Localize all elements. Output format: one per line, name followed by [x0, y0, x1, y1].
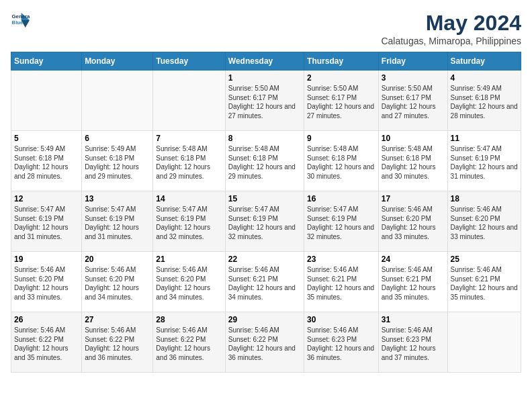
- cell-content: Sunrise: 5:47 AM Sunset: 6:19 PM Dayligh…: [156, 205, 222, 241]
- day-number: 26: [14, 315, 79, 324]
- cell-content: Sunrise: 5:46 AM Sunset: 6:22 PM Dayligh…: [14, 326, 79, 362]
- day-cell: 16 Sunrise: 5:47 AM Sunset: 6:19 PM Dayl…: [304, 191, 379, 252]
- cell-content: Sunrise: 5:46 AM Sunset: 6:23 PM Dayligh…: [382, 326, 445, 362]
- day-number: 6: [85, 134, 150, 143]
- week-row-4: 19 Sunrise: 5:46 AM Sunset: 6:20 PM Dayl…: [11, 252, 521, 312]
- cell-content: Sunrise: 5:50 AM Sunset: 6:17 PM Dayligh…: [228, 84, 301, 120]
- day-cell: 22 Sunrise: 5:46 AM Sunset: 6:21 PM Dayl…: [225, 252, 304, 312]
- day-number: 9: [307, 134, 375, 143]
- day-number: 12: [14, 194, 79, 203]
- day-number: 4: [451, 73, 518, 83]
- cell-content: Sunrise: 5:46 AM Sunset: 6:21 PM Dayligh…: [382, 265, 445, 302]
- day-number: 15: [228, 194, 301, 203]
- cell-content: Sunrise: 5:46 AM Sunset: 6:20 PM Dayligh…: [14, 265, 79, 302]
- header-row: SundayMondayTuesdayWednesdayThursdayFrid…: [11, 52, 521, 71]
- day-cell: 28 Sunrise: 5:46 AM Sunset: 6:22 PM Dayl…: [153, 312, 225, 373]
- day-number: 16: [307, 194, 375, 203]
- cell-content: Sunrise: 5:46 AM Sunset: 6:21 PM Dayligh…: [307, 265, 375, 302]
- header-saturday: Saturday: [447, 52, 521, 71]
- day-number: 11: [451, 134, 518, 143]
- cell-content: Sunrise: 5:46 AM Sunset: 6:21 PM Dayligh…: [451, 265, 518, 302]
- subtitle: Calatugas, Mimaropa, Philippines: [381, 36, 521, 46]
- day-cell: 2 Sunrise: 5:50 AM Sunset: 6:17 PM Dayli…: [304, 71, 379, 131]
- day-cell: 15 Sunrise: 5:47 AM Sunset: 6:19 PM Dayl…: [225, 191, 304, 252]
- day-number: 3: [382, 73, 445, 83]
- calendar-table: SundayMondayTuesdayWednesdayThursdayFrid…: [11, 52, 521, 373]
- cell-content: Sunrise: 5:46 AM Sunset: 6:23 PM Dayligh…: [307, 326, 375, 362]
- cell-content: Sunrise: 5:50 AM Sunset: 6:17 PM Dayligh…: [307, 84, 375, 120]
- day-cell: 14 Sunrise: 5:47 AM Sunset: 6:19 PM Dayl…: [153, 191, 225, 252]
- day-cell: 29 Sunrise: 5:46 AM Sunset: 6:22 PM Dayl…: [225, 312, 304, 373]
- day-cell: 5 Sunrise: 5:49 AM Sunset: 6:18 PM Dayli…: [11, 131, 82, 191]
- day-number: 17: [382, 194, 445, 203]
- day-cell: 1 Sunrise: 5:50 AM Sunset: 6:17 PM Dayli…: [225, 71, 304, 131]
- day-cell: 19 Sunrise: 5:46 AM Sunset: 6:20 PM Dayl…: [11, 252, 82, 312]
- page-header: General Blue May 2024 Calatugas, Mimarop…: [11, 11, 521, 46]
- day-cell: 31 Sunrise: 5:46 AM Sunset: 6:23 PM Dayl…: [378, 312, 447, 373]
- header-wednesday: Wednesday: [225, 52, 304, 71]
- header-friday: Friday: [378, 52, 447, 71]
- day-number: 5: [14, 134, 79, 143]
- day-number: 30: [307, 315, 375, 324]
- cell-content: Sunrise: 5:47 AM Sunset: 6:19 PM Dayligh…: [85, 205, 150, 241]
- svg-text:General: General: [12, 13, 30, 19]
- day-number: 22: [228, 255, 301, 264]
- day-cell: 8 Sunrise: 5:48 AM Sunset: 6:18 PM Dayli…: [225, 131, 304, 191]
- cell-content: Sunrise: 5:47 AM Sunset: 6:19 PM Dayligh…: [228, 205, 301, 241]
- day-number: 13: [85, 194, 150, 203]
- day-cell: 18 Sunrise: 5:46 AM Sunset: 6:20 PM Dayl…: [447, 191, 521, 252]
- main-title: May 2024: [381, 11, 521, 36]
- cell-content: Sunrise: 5:49 AM Sunset: 6:18 PM Dayligh…: [85, 144, 150, 181]
- day-cell: [82, 71, 153, 131]
- day-number: 24: [382, 255, 445, 264]
- day-cell: 9 Sunrise: 5:48 AM Sunset: 6:18 PM Dayli…: [304, 131, 379, 191]
- day-number: 19: [14, 255, 79, 264]
- cell-content: Sunrise: 5:48 AM Sunset: 6:18 PM Dayligh…: [228, 144, 301, 181]
- day-cell: 11 Sunrise: 5:47 AM Sunset: 6:19 PM Dayl…: [447, 131, 521, 191]
- day-number: 10: [382, 134, 445, 143]
- week-row-5: 26 Sunrise: 5:46 AM Sunset: 6:22 PM Dayl…: [11, 312, 521, 373]
- day-cell: 7 Sunrise: 5:48 AM Sunset: 6:18 PM Dayli…: [153, 131, 225, 191]
- cell-content: Sunrise: 5:46 AM Sunset: 6:21 PM Dayligh…: [228, 265, 301, 302]
- day-cell: 20 Sunrise: 5:46 AM Sunset: 6:20 PM Dayl…: [82, 252, 153, 312]
- cell-content: Sunrise: 5:46 AM Sunset: 6:20 PM Dayligh…: [156, 265, 222, 302]
- title-block: May 2024 Calatugas, Mimaropa, Philippine…: [381, 11, 521, 46]
- week-row-2: 5 Sunrise: 5:49 AM Sunset: 6:18 PM Dayli…: [11, 131, 521, 191]
- day-number: 2: [307, 73, 375, 83]
- week-row-3: 12 Sunrise: 5:47 AM Sunset: 6:19 PM Dayl…: [11, 191, 521, 252]
- cell-content: Sunrise: 5:48 AM Sunset: 6:18 PM Dayligh…: [156, 144, 222, 181]
- day-number: 23: [307, 255, 375, 264]
- day-number: 27: [85, 315, 150, 324]
- day-cell: 23 Sunrise: 5:46 AM Sunset: 6:21 PM Dayl…: [304, 252, 379, 312]
- day-cell: 21 Sunrise: 5:46 AM Sunset: 6:20 PM Dayl…: [153, 252, 225, 312]
- day-cell: 26 Sunrise: 5:46 AM Sunset: 6:22 PM Dayl…: [11, 312, 82, 373]
- day-number: 14: [156, 194, 222, 203]
- day-cell: 30 Sunrise: 5:46 AM Sunset: 6:23 PM Dayl…: [304, 312, 379, 373]
- svg-text:Blue: Blue: [12, 19, 24, 26]
- cell-content: Sunrise: 5:48 AM Sunset: 6:18 PM Dayligh…: [382, 144, 445, 181]
- cell-content: Sunrise: 5:46 AM Sunset: 6:22 PM Dayligh…: [228, 326, 301, 362]
- day-number: 28: [156, 315, 222, 324]
- cell-content: Sunrise: 5:46 AM Sunset: 6:20 PM Dayligh…: [382, 205, 445, 241]
- day-cell: 13 Sunrise: 5:47 AM Sunset: 6:19 PM Dayl…: [82, 191, 153, 252]
- cell-content: Sunrise: 5:46 AM Sunset: 6:22 PM Dayligh…: [156, 326, 222, 362]
- day-number: 25: [451, 255, 518, 264]
- day-cell: [447, 312, 521, 373]
- header-sunday: Sunday: [11, 52, 82, 71]
- day-cell: [153, 71, 225, 131]
- day-number: 18: [451, 194, 518, 203]
- day-number: 21: [156, 255, 222, 264]
- logo-icon: General Blue: [11, 11, 30, 30]
- day-number: 29: [228, 315, 301, 324]
- day-cell: 10 Sunrise: 5:48 AM Sunset: 6:18 PM Dayl…: [378, 131, 447, 191]
- cell-content: Sunrise: 5:47 AM Sunset: 6:19 PM Dayligh…: [14, 205, 79, 241]
- cell-content: Sunrise: 5:49 AM Sunset: 6:18 PM Dayligh…: [14, 144, 79, 181]
- day-cell: 4 Sunrise: 5:49 AM Sunset: 6:18 PM Dayli…: [447, 71, 521, 131]
- day-cell: 17 Sunrise: 5:46 AM Sunset: 6:20 PM Dayl…: [378, 191, 447, 252]
- day-number: 8: [228, 134, 301, 143]
- day-cell: 3 Sunrise: 5:50 AM Sunset: 6:17 PM Dayli…: [378, 71, 447, 131]
- week-row-1: 1 Sunrise: 5:50 AM Sunset: 6:17 PM Dayli…: [11, 71, 521, 131]
- logo: General Blue: [11, 11, 30, 30]
- day-cell: 25 Sunrise: 5:46 AM Sunset: 6:21 PM Dayl…: [447, 252, 521, 312]
- header-thursday: Thursday: [304, 52, 379, 71]
